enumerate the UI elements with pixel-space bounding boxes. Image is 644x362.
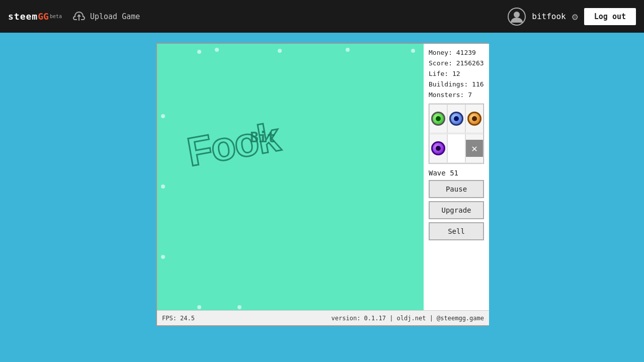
money-value: 41239: [456, 49, 476, 56]
tower-blue-icon: [449, 112, 463, 126]
money-stat: Money: 41239: [429, 49, 484, 56]
game-container: Bit Fook Money: 41239 Score: 2156263 Lif…: [156, 43, 488, 326]
tower-purple-icon: [431, 141, 445, 155]
tower-green-icon: [431, 112, 445, 126]
buildings-value: 116: [472, 80, 484, 88]
dot: [411, 49, 415, 53]
dot: [197, 50, 201, 54]
navbar: steem GG beta Upload Game bitfook ⚙ Log …: [0, 0, 644, 33]
game-viewport: Bit Fook Money: 41239 Score: 2156263 Lif…: [157, 44, 487, 310]
score-value: 2156263: [456, 59, 484, 67]
user-avatar-icon: [508, 8, 526, 26]
wave-text: Wave: [429, 169, 446, 177]
upload-icon: [72, 10, 86, 24]
tower-orange-icon: [467, 112, 481, 126]
dot: [161, 185, 165, 189]
dot: [237, 305, 242, 309]
status-bar: FPS: 24.5 version: 0.1.17 | oldj.net | @…: [157, 310, 489, 325]
buildings-stat: Buildings: 116: [429, 80, 484, 88]
game-sidebar: Money: 41239 Score: 2156263 Life: 12 Bui…: [424, 44, 489, 310]
dot: [161, 114, 165, 118]
tower-grid: ✕: [429, 104, 484, 164]
monsters-value: 7: [468, 91, 472, 99]
tower-cell-empty[interactable]: [447, 134, 465, 163]
tower-cell-green[interactable]: [429, 104, 447, 133]
life-stat: Life: 12: [429, 70, 484, 77]
upgrade-button[interactable]: Upgrade: [429, 201, 484, 219]
life-value: 12: [452, 70, 460, 77]
tower-cell-blue[interactable]: [447, 104, 465, 133]
score-label: Score:: [429, 59, 452, 67]
fps-display: FPS: 24.5: [162, 315, 195, 322]
main-content: Bit Fook Money: 41239 Score: 2156263 Lif…: [0, 33, 644, 362]
x-box-icon: ✕: [466, 140, 483, 157]
sell-button[interactable]: Sell: [429, 222, 484, 240]
buildings-label: Buildings:: [429, 80, 468, 88]
nav-left: steem GG beta Upload Game: [8, 10, 140, 24]
version-info: version: 0.1.17 | oldj.net | @steemgg.ga…: [332, 315, 484, 322]
username-label: bitfook: [532, 12, 566, 21]
wave-number: 51: [450, 169, 458, 177]
dot: [215, 48, 219, 52]
svg-point-2: [514, 12, 520, 18]
game-canvas[interactable]: Bit Fook: [157, 44, 424, 310]
monsters-stat: Monsters: 7: [429, 91, 484, 99]
logo: steem GG beta: [8, 11, 62, 22]
upload-game-label: Upload Game: [90, 12, 140, 21]
settings-icon[interactable]: ⚙: [572, 11, 578, 23]
tower-cell-purple[interactable]: [429, 134, 447, 163]
tower-cell-x[interactable]: ✕: [465, 134, 484, 163]
tower-cell-orange[interactable]: [465, 104, 484, 133]
wave-label: Wave 51: [429, 169, 484, 177]
dot: [197, 305, 201, 309]
logo-steem: steem: [8, 11, 38, 22]
dot: [278, 49, 282, 53]
money-label: Money:: [429, 49, 452, 56]
nav-right: bitfook ⚙ Log out: [508, 8, 636, 26]
upload-game-button[interactable]: Upload Game: [72, 10, 140, 24]
monsters-label: Monsters:: [429, 91, 464, 99]
logo-beta: beta: [50, 14, 62, 19]
svg-marker-0: [77, 14, 81, 21]
dot: [346, 48, 350, 52]
logout-button[interactable]: Log out: [584, 8, 636, 25]
pause-button[interactable]: Pause: [429, 180, 484, 198]
life-label: Life:: [429, 70, 448, 77]
logo-gg: GG: [38, 11, 49, 22]
score-stat: Score: 2156263: [429, 59, 484, 67]
game-title-text: Fook: [184, 114, 282, 175]
dot: [161, 255, 165, 259]
